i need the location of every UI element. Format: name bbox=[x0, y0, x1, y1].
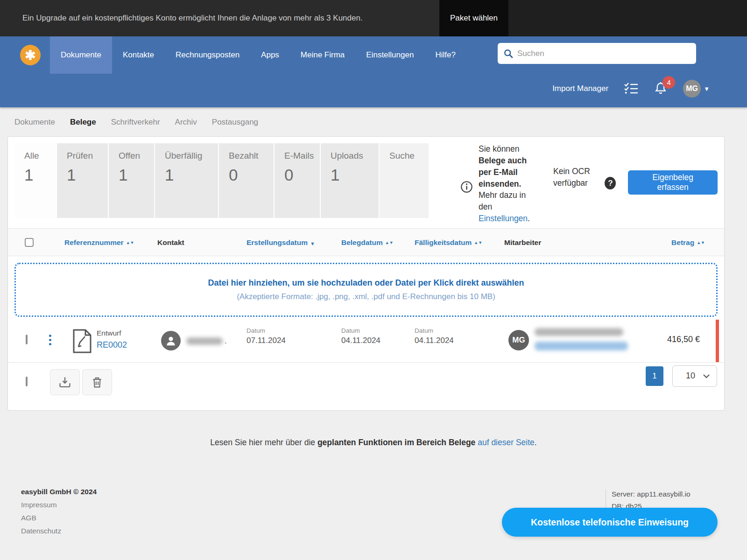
created-date-cell: Datum 07.11.2024 bbox=[247, 327, 286, 345]
task-list-icon[interactable] bbox=[624, 83, 638, 95]
documents-panel: Alle 1 Prüfen 1 Offen 1 Überfällig 1 Bez… bbox=[7, 136, 725, 411]
tab-schriftverkehr[interactable]: Schriftverkehr bbox=[111, 118, 160, 127]
filter-tab-suche[interactable]: Suche bbox=[380, 143, 429, 218]
filter-tab-ueberfaellig[interactable]: Überfällig 1 bbox=[155, 143, 218, 218]
document-ref-link[interactable]: RE0002 bbox=[97, 340, 127, 350]
contact-avatar bbox=[161, 331, 181, 350]
column-betrag[interactable]: Betrag ▲▼ bbox=[671, 229, 705, 257]
filter-tabs: Alle 1 Prüfen 1 Offen 1 Überfällig 1 Bez… bbox=[14, 143, 430, 218]
notification-count-badge: 4 bbox=[662, 76, 675, 89]
file-dropzone[interactable]: Datei hier hinziehen, um sie hochzuladen… bbox=[14, 263, 718, 317]
row-actions-menu-icon[interactable] bbox=[49, 335, 51, 345]
tab-belege[interactable]: Belege bbox=[70, 118, 96, 127]
status-color-bar bbox=[716, 320, 719, 362]
footer-link-impressum[interactable]: Impressum bbox=[21, 501, 97, 509]
dropzone-formats-text: (Akzeptierte Formate: .jpg, .png, .xml, … bbox=[237, 292, 495, 301]
nav-item-hilfe[interactable]: Hilfe? bbox=[424, 36, 466, 74]
redacted-text bbox=[535, 342, 628, 350]
main-navbar: ✱ Dokumente Kontakte Rechnungsposten App… bbox=[0, 36, 747, 107]
column-mitarbeiter: Mitarbeiter bbox=[504, 229, 541, 257]
employee-avatar: MG bbox=[508, 330, 529, 350]
footer-link-datenschutz[interactable]: Datenschutz bbox=[21, 527, 97, 535]
user-menu[interactable]: MG ▼ bbox=[683, 80, 710, 98]
planned-features-link[interactable]: auf dieser Seite bbox=[478, 438, 535, 447]
create-receipt-button[interactable]: Eigenbeleg erfassen bbox=[628, 170, 718, 195]
einstellungen-link[interactable]: Einstellungen bbox=[479, 214, 528, 223]
column-faelligkeitsdatum[interactable]: Fälligkeitsdatum ▲▼ bbox=[415, 229, 482, 257]
nav-item-meine-firma[interactable]: Meine Firma bbox=[290, 36, 355, 74]
footer-company: easybill GmbH © 2024 bbox=[21, 488, 97, 496]
sort-icon: ▲▼ bbox=[126, 241, 134, 245]
main-menu: Dokumente Kontakte Rechnungsposten Apps … bbox=[50, 36, 466, 74]
footer-link-agb[interactable]: AGB bbox=[21, 514, 97, 522]
column-kontakt: Kontakt bbox=[157, 229, 184, 257]
trash-icon bbox=[91, 376, 103, 388]
select-all-checkbox[interactable] bbox=[25, 238, 34, 247]
nav-item-apps[interactable]: Apps bbox=[250, 36, 290, 74]
table-row[interactable]: Entwurf RE0002 . Datum 07.11.2024 Datum … bbox=[8, 320, 724, 363]
planned-features-note: Lesen Sie hier mehr über die geplanten F… bbox=[0, 438, 747, 448]
pagination-page-1-button[interactable]: 1 bbox=[646, 366, 663, 386]
tab-archiv[interactable]: Archiv bbox=[175, 118, 197, 127]
employee-name-redacted bbox=[535, 328, 628, 350]
row-checkbox[interactable] bbox=[26, 335, 28, 344]
tab-postausgang[interactable]: Postausgang bbox=[212, 118, 258, 127]
help-question-icon[interactable]: ? bbox=[605, 177, 616, 189]
server-name: Server: app11.easybill.io bbox=[612, 488, 691, 500]
chevron-down-icon bbox=[703, 374, 710, 378]
footer-links: easybill GmbH © 2024 Impressum AGB Daten… bbox=[21, 488, 97, 535]
navbar-right-tools: Import Manager 4 MG ▼ bbox=[552, 77, 710, 100]
column-erstellungsdatum[interactable]: Erstellungsdatum ▼ bbox=[247, 229, 315, 257]
filter-tab-pruefen[interactable]: Prüfen 1 bbox=[57, 143, 108, 218]
notifications-bell-icon[interactable]: 4 bbox=[654, 82, 667, 96]
filter-tab-offen[interactable]: Offen 1 bbox=[109, 143, 154, 218]
search-input[interactable] bbox=[517, 49, 691, 58]
tab-dokumente[interactable]: Dokumente bbox=[14, 118, 55, 127]
document-status: Entwurf bbox=[97, 329, 127, 337]
nav-item-dokumente[interactable]: Dokumente bbox=[50, 36, 112, 74]
filter-tab-alle[interactable]: Alle 1 bbox=[14, 143, 56, 218]
bulk-action-bar: 1 10 bbox=[8, 363, 724, 402]
email-info-text: Sie können Belege auch per E-Mail einsen… bbox=[479, 143, 535, 224]
chevron-down-icon: ▼ bbox=[704, 85, 710, 92]
sort-desc-icon: ▼ bbox=[310, 241, 315, 246]
column-belegdatum[interactable]: Belegdatum ▲▼ bbox=[341, 229, 394, 257]
bulk-checkbox-cell bbox=[26, 378, 28, 386]
search-box[interactable] bbox=[498, 43, 696, 64]
bulk-select-checkbox[interactable] bbox=[26, 377, 28, 386]
document-draft-icon bbox=[72, 329, 92, 355]
sort-icon: ▲▼ bbox=[474, 241, 482, 245]
column-referenznummer[interactable]: Referenznummer ▲▼ bbox=[64, 229, 134, 257]
banner-spacer bbox=[508, 0, 747, 36]
nav-item-rechnungsposten[interactable]: Rechnungsposten bbox=[165, 36, 250, 74]
download-icon bbox=[58, 376, 71, 389]
download-button[interactable] bbox=[50, 369, 80, 395]
select-all-checkbox-cell bbox=[25, 229, 34, 257]
delete-button[interactable] bbox=[82, 369, 112, 395]
filter-tab-uploads[interactable]: Uploads 1 bbox=[321, 143, 379, 218]
user-avatar[interactable]: MG bbox=[683, 80, 701, 98]
easybill-logo-icon[interactable]: ✱ bbox=[20, 45, 41, 65]
nav-item-einstellungen[interactable]: Einstellungen bbox=[355, 36, 424, 74]
ocr-status-text: Kein OCR verfügbar bbox=[553, 166, 592, 189]
email-info-block: Sie können Belege auch per E-Mail einsen… bbox=[460, 143, 535, 224]
upgrade-banner: Ein Upgrade auf ein kostenpflichtiges Ko… bbox=[0, 0, 747, 36]
redacted-text bbox=[186, 337, 223, 345]
row-amount: 416,50 € bbox=[667, 335, 700, 344]
document-date-cell: Datum 04.11.2024 bbox=[341, 327, 381, 345]
nav-item-kontakte[interactable]: Kontakte bbox=[112, 36, 165, 74]
section-tabs: Dokumente Belege Schriftverkehr Archiv P… bbox=[0, 107, 747, 136]
row-checkbox-cell bbox=[26, 336, 28, 344]
choose-package-button[interactable]: Paket wählen bbox=[439, 0, 508, 36]
free-phone-intro-button[interactable]: Kostenlose telefonische Einweisung bbox=[502, 508, 718, 537]
page-size-select[interactable]: 10 bbox=[672, 365, 717, 387]
document-ref-cell: Entwurf RE0002 bbox=[97, 329, 127, 350]
table-header: Referenznummer ▲▼ Kontakt Erstellungsdat… bbox=[8, 228, 724, 256]
upgrade-message: Ein Upgrade auf ein kostenpflichtiges Ko… bbox=[0, 0, 439, 36]
filter-tab-bezahlt[interactable]: Bezahlt 0 bbox=[219, 143, 274, 218]
filter-tab-emails[interactable]: E-Mails 0 bbox=[275, 143, 320, 218]
search-icon bbox=[503, 49, 514, 59]
import-manager-link[interactable]: Import Manager bbox=[552, 84, 608, 93]
contact-name-redacted: . bbox=[186, 336, 227, 346]
info-icon bbox=[460, 181, 473, 224]
